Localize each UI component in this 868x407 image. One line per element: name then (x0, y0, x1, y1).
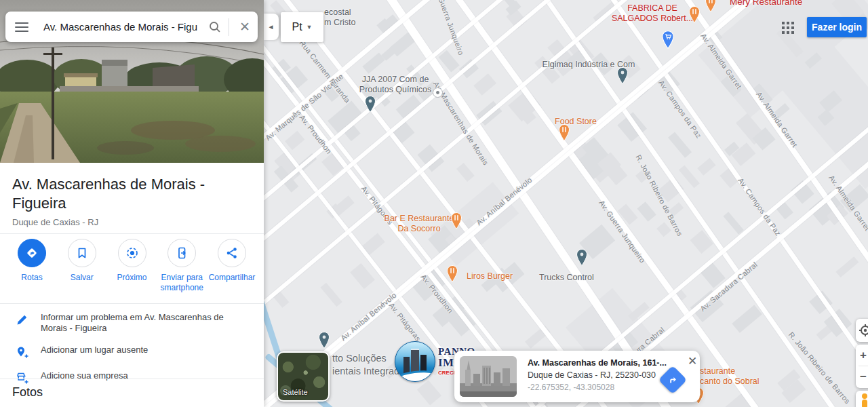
poi-label-canto-do-sobral[interactable]: staurantecanto do Sobral (700, 366, 760, 387)
search-input[interactable]: Av. Mascarenhas de Morais - Figu (43, 21, 207, 33)
place-header: Av. Mascarenhas de Morais - Figueira Duq… (0, 163, 264, 227)
street-label: Av. Aníbal Benévolo (339, 291, 398, 343)
link-label: Adicione sua empresa (41, 370, 128, 381)
divider (0, 379, 264, 379)
chevron-left-icon: ◄ (268, 23, 275, 31)
action-label: Salvar (71, 273, 94, 283)
google-apps-button[interactable] (780, 20, 796, 36)
restaurant-pin[interactable] (704, 0, 717, 16)
place-pin[interactable] (616, 66, 629, 88)
language-button[interactable]: Pt ▼ (281, 12, 323, 42)
search-divider (229, 18, 229, 36)
map-building (698, 158, 716, 176)
street-label: R. João Ribeiro de Barros (634, 153, 684, 237)
my-location-icon (856, 319, 868, 342)
nearby-icon (118, 239, 146, 267)
side-panel: Av. Mascarenhas de Morais - Figu ✕ Av. M… (0, 0, 264, 407)
poi-label-pentecostal[interactable]: ecostalm Cristo (324, 7, 356, 28)
restaurant-pin[interactable] (557, 123, 571, 144)
proximo-button[interactable]: Próximo (108, 239, 156, 293)
report-problem-link[interactable]: Informar um problema em Av. Mascarenhas … (0, 307, 264, 339)
directions-icon (18, 239, 46, 267)
satellite-layer-toggle[interactable]: Satélite (277, 351, 330, 402)
directions-arrow-icon (663, 370, 683, 390)
zoom-out-button[interactable]: − (856, 366, 868, 387)
restaurant-pin[interactable] (446, 265, 459, 286)
clear-search-button[interactable]: ✕ (235, 19, 255, 35)
restaurant-pin[interactable] (688, 5, 701, 26)
poi-label-liros-burger[interactable]: Liros Burger (467, 271, 513, 282)
divider (0, 233, 264, 234)
search-bar: Av. Mascarenhas de Morais - Figu ✕ (5, 12, 258, 42)
street-label: Av. Campos da Paz (657, 79, 703, 140)
menu-icon[interactable] (15, 22, 28, 32)
generic-pin[interactable] (432, 87, 443, 101)
map-building (656, 222, 671, 237)
map-building (474, 73, 496, 95)
rotas-button[interactable]: Rotas (8, 239, 56, 293)
share-icon (218, 239, 246, 267)
poi-label-trucks-control[interactable]: Trucks Control (539, 273, 594, 283)
map-building (321, 283, 343, 307)
send-to-phone-icon (167, 239, 196, 267)
place-pin[interactable] (575, 248, 589, 269)
add-missing-place-link[interactable]: Adicionar um lugar ausente (0, 339, 264, 365)
card-address-subtitle: Duque de Caxias - RJ, 25230-030 (528, 370, 682, 380)
action-buttons: RotasSalvarPróximoEnviar para smartphone… (0, 239, 264, 293)
cart-pin[interactable] (660, 30, 675, 52)
map-building (456, 163, 475, 182)
add-place-icon (15, 345, 30, 360)
language-label: Pt (292, 21, 302, 33)
map-building (417, 381, 441, 406)
action-label: Compartilhar (209, 273, 256, 283)
salvar-button[interactable]: Salvar (58, 239, 106, 293)
poi-label-fabrica-salgados[interactable]: FABRICA DESALGADOS Robert... (612, 3, 693, 24)
map-building (637, 201, 656, 222)
map-building (732, 305, 762, 333)
map-building (350, 263, 375, 289)
map-building (679, 165, 700, 188)
pegman-button[interactable] (856, 391, 868, 407)
poi-label-mery-restaurante[interactable]: Mery Restaurante (730, 0, 802, 7)
poi-label-bar-socorro[interactable]: Bar E RestauranteDa Socorro (384, 214, 454, 234)
place-pin[interactable] (363, 95, 377, 116)
compartilhar-button[interactable]: Compartilhar (208, 239, 256, 293)
action-label: Rotas (21, 273, 42, 283)
action-label: Próximo (117, 273, 146, 283)
page-title: Av. Mascarenhas de Morais - Figueira (12, 175, 252, 213)
link-label: Adicionar um lugar ausente (41, 345, 148, 355)
pencil-icon (15, 312, 30, 327)
map-building (835, 256, 859, 277)
place-info-card: Av. Mascarenhas de Morais, 161-... Duque… (454, 351, 700, 402)
card-coordinates: -22.675352, -43.305028 (528, 383, 682, 392)
zoom-controls: + − (856, 345, 868, 388)
action-label: Enviar para smartphone (158, 273, 205, 293)
zoom-in-button[interactable]: + (856, 345, 868, 366)
map-building (724, 212, 745, 235)
place-pin[interactable] (317, 331, 331, 352)
place-subtitle: Duque de Caxias - RJ (12, 217, 252, 227)
divider (0, 303, 264, 304)
pegman-icon (856, 391, 868, 407)
apps-grid-icon (782, 22, 794, 34)
enviar-smartphone-button[interactable]: Enviar para smartphone (158, 239, 205, 293)
street-label: Av. Guerra Junqueiro (433, 0, 466, 56)
map-building (284, 131, 304, 151)
collapse-panel-button[interactable]: ◄ (263, 14, 279, 40)
search-icon[interactable] (207, 19, 223, 35)
google-maps-app: Rua Carmem MirandaAv. ProudhonAv. Proudh… (0, 0, 868, 407)
photos-heading: Fotos (12, 385, 43, 400)
login-button[interactable]: Fazer login (807, 17, 867, 37)
my-location-button[interactable] (856, 319, 868, 342)
restaurant-pin[interactable] (450, 212, 463, 233)
panno-logo-icon (395, 341, 435, 382)
card-close-button[interactable]: ✕ (685, 353, 700, 368)
chevron-down-icon: ▼ (307, 24, 313, 31)
satellite-label: Satélite (283, 388, 308, 396)
place-thumbnail (460, 356, 517, 397)
poi-label-jja-quimicos[interactable]: JJA 2007 Com deProdutos Químicos (359, 75, 431, 95)
link-label: Informar um problema em Av. Mascarenhas … (41, 312, 244, 334)
bookmark-icon (68, 239, 96, 267)
map-building (363, 52, 386, 73)
add-business-icon (15, 370, 30, 385)
